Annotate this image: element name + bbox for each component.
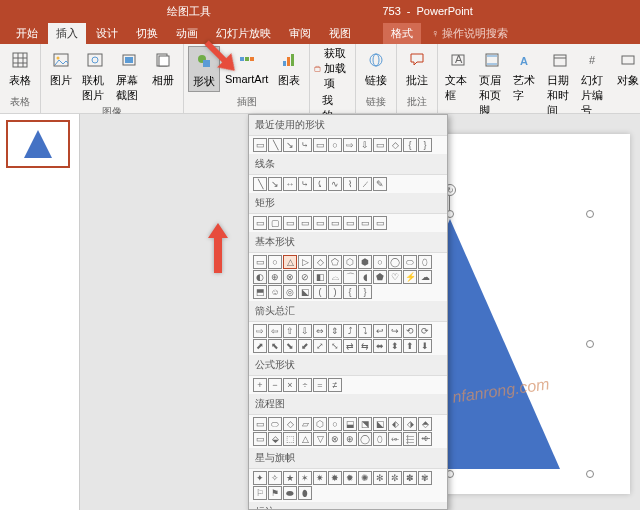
shape-a7[interactable]: ⤴ <box>343 324 357 338</box>
shape-f6[interactable]: ○ <box>328 417 342 431</box>
shapes-dropdown-menu[interactable]: 最近使用的形状 ▭╲↘⤷▭○⇨⇩▭◇{} 线条 ╲↘↔⤷⤹∿⌇⟋✎ 矩形 ▭▢▭… <box>248 114 448 510</box>
shape-rect2[interactable]: ▭ <box>373 138 387 152</box>
header-footer-button[interactable]: 页眉和页脚 <box>476 46 508 120</box>
shape-a11[interactable]: ⟲ <box>403 324 417 338</box>
shape-f4[interactable]: ▱ <box>298 417 312 431</box>
shape-b11[interactable]: ⬭ <box>403 255 417 269</box>
shape-s14[interactable]: ⚑ <box>268 486 282 500</box>
shape-b15[interactable]: ⊗ <box>283 270 297 284</box>
link-button[interactable]: 链接 <box>360 46 392 90</box>
shape-s6[interactable]: ✸ <box>328 471 342 485</box>
shape-b20[interactable]: ◖ <box>358 270 372 284</box>
shape-textbox[interactable]: ▭ <box>253 138 267 152</box>
shape-f22[interactable]: ⬰ <box>388 432 402 446</box>
shape-f19[interactable]: ⊕ <box>343 432 357 446</box>
shape-f17[interactable]: ▽ <box>313 432 327 446</box>
shape-e1[interactable]: + <box>253 378 267 392</box>
shape-f14[interactable]: ⬙ <box>268 432 282 446</box>
slide-number-button[interactable]: #幻灯片编号 <box>578 46 610 120</box>
shape-b25[interactable]: ⬒ <box>253 285 267 299</box>
shape-a6[interactable]: ⇕ <box>328 324 342 338</box>
shape-brace-l[interactable]: { <box>403 138 417 152</box>
shape-arrow-d[interactable]: ⇩ <box>358 138 372 152</box>
pictures-button[interactable]: 图片 <box>45 46 77 90</box>
shape-f10[interactable]: ⬖ <box>388 417 402 431</box>
shape-b12[interactable]: ⬯ <box>418 255 432 269</box>
shape-line7[interactable]: ⌇ <box>343 177 357 191</box>
shape-arrow-r[interactable]: ⇨ <box>343 138 357 152</box>
shape-f11[interactable]: ⬗ <box>403 417 417 431</box>
resize-handle-ne[interactable] <box>586 210 594 218</box>
date-time-button[interactable]: 日期和时间 <box>544 46 576 120</box>
shape-s13[interactable]: ⚐ <box>253 486 267 500</box>
shape-f23[interactable]: ⬱ <box>403 432 417 446</box>
shape-r6[interactable]: ▭ <box>328 216 342 230</box>
shape-b28[interactable]: ⬕ <box>298 285 312 299</box>
shape-a8[interactable]: ⤵ <box>358 324 372 338</box>
shape-b26[interactable]: ☺ <box>268 285 282 299</box>
shape-f5[interactable]: ⬡ <box>313 417 327 431</box>
shape-b6[interactable]: ⬠ <box>328 255 342 269</box>
comment-button[interactable]: 批注 <box>401 46 433 90</box>
shape-isoceles-triangle[interactable]: △ <box>283 255 297 269</box>
shape-a1[interactable]: ⇨ <box>253 324 267 338</box>
shape-line-arrow[interactable]: ↘ <box>283 138 297 152</box>
shape-b27[interactable]: ◎ <box>283 285 297 299</box>
shape-a22[interactable]: ⬍ <box>388 339 402 353</box>
shape-a19[interactable]: ⇄ <box>343 339 357 353</box>
shape-a15[interactable]: ⬊ <box>283 339 297 353</box>
shape-r3[interactable]: ▭ <box>283 216 297 230</box>
shape-a24[interactable]: ⬇ <box>418 339 432 353</box>
shape-f20[interactable]: ◯ <box>358 432 372 446</box>
shape-line2[interactable]: ↘ <box>268 177 282 191</box>
shape-e5[interactable]: = <box>313 378 327 392</box>
shape-b10[interactable]: ◯ <box>388 255 402 269</box>
shape-f9[interactable]: ⬕ <box>373 417 387 431</box>
shape-b2[interactable]: ○ <box>268 255 282 269</box>
shape-s3[interactable]: ★ <box>283 471 297 485</box>
shape-b4[interactable]: ▷ <box>298 255 312 269</box>
shape-f18[interactable]: ⊗ <box>328 432 342 446</box>
shape-f2[interactable]: ⬭ <box>268 417 282 431</box>
tell-me-search[interactable]: ♀ 操作说明搜索 <box>423 23 516 44</box>
tab-home[interactable]: 开始 <box>8 23 46 44</box>
shape-connector[interactable]: ⤷ <box>298 138 312 152</box>
shape-b7[interactable]: ⬡ <box>343 255 357 269</box>
shape-oval[interactable]: ○ <box>328 138 342 152</box>
shape-s5[interactable]: ✷ <box>313 471 327 485</box>
shape-a21[interactable]: ⬌ <box>373 339 387 353</box>
shape-e6[interactable]: ≠ <box>328 378 342 392</box>
shape-s10[interactable]: ✼ <box>388 471 402 485</box>
textbox-button[interactable]: A文本框 <box>442 46 474 105</box>
shape-a14[interactable]: ⬉ <box>268 339 282 353</box>
shape-b24[interactable]: ☁ <box>418 270 432 284</box>
shape-f13[interactable]: ▭ <box>253 432 267 446</box>
tab-transitions[interactable]: 切换 <box>128 23 166 44</box>
shape-r4[interactable]: ▭ <box>298 216 312 230</box>
shape-f7[interactable]: ⬓ <box>343 417 357 431</box>
shape-b32[interactable]: } <box>358 285 372 299</box>
shape-line9[interactable]: ✎ <box>373 177 387 191</box>
shape-diamond[interactable]: ◇ <box>388 138 402 152</box>
tab-format[interactable]: 格式 <box>383 23 421 44</box>
slide-thumbnail-1[interactable] <box>6 120 70 168</box>
shape-rect[interactable]: ▭ <box>313 138 327 152</box>
shape-a13[interactable]: ⬈ <box>253 339 267 353</box>
shape-a20[interactable]: ⇆ <box>358 339 372 353</box>
shape-b1[interactable]: ▭ <box>253 255 267 269</box>
shape-s7[interactable]: ✹ <box>343 471 357 485</box>
shape-b8[interactable]: ⬢ <box>358 255 372 269</box>
shape-e3[interactable]: × <box>283 378 297 392</box>
shape-a4[interactable]: ⇩ <box>298 324 312 338</box>
shape-f3[interactable]: ◇ <box>283 417 297 431</box>
tab-view[interactable]: 视图 <box>321 23 359 44</box>
shape-s1[interactable]: ✦ <box>253 471 267 485</box>
shape-s12[interactable]: ✾ <box>418 471 432 485</box>
resize-handle-e[interactable] <box>586 340 594 348</box>
shape-b22[interactable]: ♡ <box>388 270 402 284</box>
shape-r7[interactable]: ▭ <box>343 216 357 230</box>
shape-e2[interactable]: − <box>268 378 282 392</box>
chart-button[interactable]: 图表 <box>273 46 305 90</box>
shape-f1[interactable]: ▭ <box>253 417 267 431</box>
shape-f16[interactable]: △ <box>298 432 312 446</box>
